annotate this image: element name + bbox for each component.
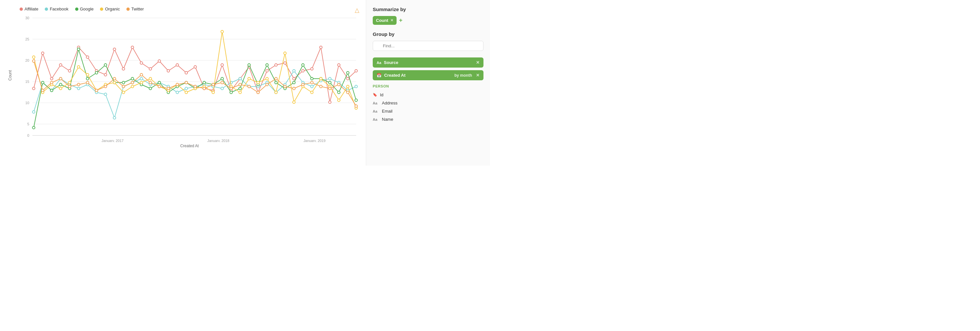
svg-point-27: [122, 68, 125, 70]
svg-point-96: [78, 48, 80, 51]
svg-point-132: [68, 81, 71, 84]
add-metric-button[interactable]: +: [399, 17, 403, 24]
svg-point-168: [59, 78, 62, 80]
svg-point-157: [293, 101, 295, 103]
svg-point-75: [221, 87, 223, 90]
svg-point-90: [355, 85, 357, 88]
svg-point-122: [311, 78, 313, 80]
svg-point-105: [158, 81, 161, 84]
svg-point-174: [113, 78, 116, 80]
calendar-icon: 📅: [377, 73, 382, 78]
svg-point-155: [275, 91, 277, 94]
svg-point-110: [203, 81, 205, 84]
summarize-title: Summarize by: [373, 6, 484, 12]
svg-text:January, 2019: January, 2019: [304, 139, 325, 142]
svg-point-19: [50, 78, 53, 80]
svg-text:25: 25: [25, 37, 29, 41]
legend-dot-twitter: [126, 8, 130, 11]
svg-point-49: [320, 46, 322, 49]
svg-point-43: [266, 70, 269, 72]
svg-point-53: [355, 70, 357, 72]
svg-point-170: [78, 83, 80, 86]
svg-point-180: [167, 87, 170, 90]
group-by-title: Group by: [373, 31, 484, 37]
source-pill-close[interactable]: ✕: [476, 60, 480, 65]
email-type-icon: Aa: [373, 109, 379, 113]
count-pill[interactable]: Count ✕: [373, 16, 396, 25]
svg-point-102: [131, 78, 134, 80]
svg-point-38: [221, 64, 223, 66]
chart-area: △ Affiliate Facebook Google Organic Twit…: [0, 0, 366, 166]
svg-point-162: [337, 99, 340, 101]
svg-point-176: [131, 81, 134, 84]
summarize-row: Count ✕ +: [373, 16, 484, 25]
svg-point-33: [176, 64, 179, 66]
svg-point-154: [266, 78, 269, 80]
created-at-pill-label: Created At: [384, 73, 406, 78]
name-type-icon: Aa: [373, 117, 379, 122]
legend-dot-organic: [100, 8, 103, 11]
svg-point-192: [275, 78, 277, 80]
svg-point-195: [302, 83, 304, 86]
legend-item-twitter: Twitter: [126, 6, 144, 11]
svg-point-83: [293, 70, 295, 72]
legend-label-facebook: Facebook: [50, 6, 68, 11]
warning-icon: △: [355, 6, 360, 14]
svg-point-125: [337, 91, 340, 94]
field-item-address[interactable]: Aa Address: [373, 99, 484, 107]
svg-point-165: [32, 60, 35, 62]
count-pill-close[interactable]: ✕: [390, 18, 393, 22]
source-pill-type-icon: Aa: [377, 61, 381, 65]
created-at-pill-close[interactable]: ✕: [476, 73, 480, 78]
legend-item-google: Google: [75, 6, 94, 11]
svg-point-34: [185, 71, 188, 74]
field-item-id[interactable]: 🔖 Id: [373, 91, 484, 99]
svg-point-32: [167, 70, 170, 72]
address-type-icon: Aa: [373, 101, 379, 105]
svg-point-52: [347, 78, 349, 80]
field-item-name[interactable]: Aa Name: [373, 115, 484, 124]
svg-point-179: [158, 85, 161, 88]
svg-point-198: [329, 87, 331, 90]
svg-point-197: [320, 85, 322, 88]
created-at-pill[interactable]: 📅 Created At by month ✕: [373, 70, 484, 80]
svg-text:5: 5: [27, 122, 29, 126]
svg-point-153: [257, 81, 259, 84]
svg-point-149: [221, 30, 223, 33]
svg-point-160: [320, 78, 322, 80]
svg-point-92: [41, 81, 44, 84]
svg-point-98: [95, 71, 98, 74]
find-input[interactable]: [373, 41, 484, 51]
svg-point-29: [140, 62, 143, 64]
svg-point-188: [239, 83, 242, 86]
svg-point-118: [275, 81, 277, 84]
svg-point-140: [140, 81, 143, 84]
svg-point-145: [185, 91, 188, 94]
svg-point-166: [41, 89, 44, 92]
person-section-label: PERSON: [373, 84, 484, 88]
svg-point-199: [337, 83, 340, 86]
svg-point-137: [113, 81, 116, 84]
svg-point-187: [230, 87, 232, 90]
field-item-email[interactable]: Aa Email: [373, 107, 484, 115]
group-by-section: Group by 🔍 Aa Source ✕ 📅 Created At by m…: [373, 31, 484, 124]
legend-dot-facebook: [45, 8, 48, 11]
svg-point-21: [68, 70, 71, 72]
svg-point-184: [203, 87, 205, 90]
svg-point-44: [275, 64, 277, 66]
svg-point-85: [311, 85, 313, 88]
svg-text:20: 20: [25, 59, 29, 62]
svg-point-189: [248, 85, 251, 88]
svg-point-185: [212, 83, 215, 86]
chart-svg: 30 25 20 15 10 5 0 January, 2017 January…: [20, 15, 360, 142]
svg-point-63: [113, 117, 116, 119]
source-pill[interactable]: Aa Source ✕: [373, 57, 484, 68]
svg-point-124: [329, 81, 331, 84]
y-axis-label: Count: [8, 70, 13, 81]
legend-label-twitter: Twitter: [131, 6, 144, 11]
legend-dot-affiliate: [20, 8, 23, 11]
svg-point-169: [68, 85, 71, 88]
svg-point-47: [302, 70, 304, 72]
svg-point-134: [86, 73, 89, 76]
svg-point-117: [266, 64, 269, 66]
